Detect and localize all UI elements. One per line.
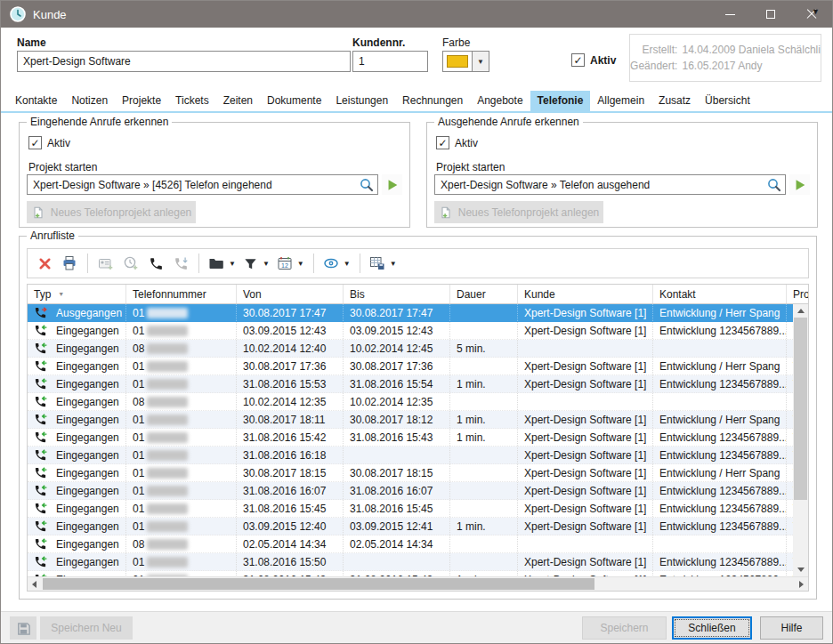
outgoing-new-project-button[interactable]: Neues Telefonprojekt anlegen	[434, 201, 603, 223]
kunde-cell: Xpert-Design Software [1]	[518, 518, 653, 535]
column-header-kunde[interactable]: Kunde	[518, 285, 653, 303]
sort-indicator-icon[interactable]: ▼	[58, 291, 64, 297]
scroll-down-icon[interactable]	[797, 568, 805, 572]
tab-kontakte[interactable]: Kontakte	[8, 91, 64, 111]
redacted-phone-number	[147, 468, 188, 479]
incoming-new-project-button[interactable]: Neues Telefonprojekt anlegen	[27, 201, 196, 223]
tab-angebote[interactable]: Angebote	[470, 91, 530, 111]
calendar-icon[interactable]: 12▼	[274, 252, 307, 275]
table-row[interactable]: Eingegangen0131.08.2016 16:0731.08.2016 …	[28, 482, 809, 500]
column-header-typ[interactable]: Typ▼	[28, 285, 126, 303]
table-row[interactable]: Eingegangen0131.08.2016 15:4531.08.2016 …	[28, 500, 809, 518]
telefonnummer-cell: 01	[126, 482, 237, 499]
typ-cell: Eingegangen	[28, 358, 126, 374]
color-dropdown-button[interactable]: ▼	[473, 51, 489, 72]
incoming-projekt-input[interactable]: Xpert-Design Software » [4526] Telefon e…	[27, 174, 378, 195]
tab-projekte[interactable]: Projekte	[115, 91, 168, 111]
tab-overflow-icon[interactable]: ▼	[812, 7, 820, 16]
column-header-bis[interactable]: Bis	[344, 285, 450, 303]
horizontal-scrollbar[interactable]	[28, 576, 808, 591]
tab-dokumente[interactable]: Dokumente	[260, 91, 328, 111]
search-icon[interactable]	[359, 177, 375, 195]
view-icon[interactable]: ▼	[320, 252, 353, 275]
search-icon[interactable]	[766, 177, 782, 195]
table-row[interactable]: Eingegangen0130.08.2017 18:1530.08.2017 …	[28, 464, 809, 482]
name-input[interactable]	[17, 51, 351, 72]
vertical-scrollbar[interactable]	[793, 304, 808, 576]
table-row[interactable]: Eingegangen0131.08.2016 15:4231.08.2016 …	[28, 429, 809, 447]
aktiv-checkbox[interactable]: ✓	[571, 53, 585, 67]
tab-notizen[interactable]: Notizen	[64, 91, 115, 111]
color-swatch-button[interactable]	[442, 51, 473, 72]
chevron-down-icon[interactable]: ▼	[297, 260, 304, 268]
chevron-down-icon[interactable]: ▼	[390, 260, 397, 268]
scroll-up-icon[interactable]	[797, 309, 805, 313]
chevron-down-icon[interactable]: ▼	[263, 260, 270, 268]
table-row[interactable]: Eingegangen0810.02.2014 12:3510.02.2014 …	[28, 393, 809, 411]
column-label: Proje	[793, 288, 809, 301]
table-row[interactable]: Eingegangen0130.08.2017 18:1130.08.2017 …	[28, 411, 809, 429]
outgoing-aktiv-checkbox[interactable]: ✓	[436, 136, 449, 149]
table-row[interactable]: Eingegangen0131.08.2016 16:18Xpert-Desig…	[28, 447, 809, 464]
chevron-down-icon[interactable]: ▼	[229, 260, 236, 268]
incoming-aktiv-checkbox[interactable]: ✓	[28, 136, 42, 149]
outgoing-start-icon[interactable]	[789, 174, 810, 195]
column-header-telefonnummer[interactable]: Telefonnummer	[126, 285, 237, 303]
tab-telefonie[interactable]: Telefonie	[530, 91, 591, 111]
tab-zusatz[interactable]: Zusatz	[651, 91, 698, 111]
folder-icon[interactable]: ▼	[206, 252, 239, 275]
telefonnummer-cell: 01	[126, 411, 237, 428]
call-icon[interactable]	[144, 252, 167, 275]
column-header-proje[interactable]: Proje	[787, 285, 809, 303]
minimize-icon[interactable]	[709, 1, 750, 28]
table-row[interactable]: Eingegangen0131.08.2016 15:5331.08.2016 …	[28, 375, 809, 393]
filter-icon[interactable]: ▼	[240, 252, 272, 275]
column-header-kontakt[interactable]: Kontakt	[653, 285, 787, 303]
tab-übersicht[interactable]: Übersicht	[698, 91, 757, 111]
speichern-neu-button[interactable]: Speichern Neu	[40, 616, 133, 640]
kunde-window: Kunde Name Kundennr. Farbe ▼ ✓ Aktiv Ers…	[0, 0, 833, 644]
table-row[interactable]: Eingegangen0802.05.2014 14:3402.05.2014 …	[28, 535, 809, 553]
tab-zeiten[interactable]: Zeiten	[216, 91, 260, 111]
app-clock-icon	[10, 6, 26, 22]
dauer-cell	[450, 358, 518, 374]
column-header-von[interactable]: Von	[237, 285, 344, 303]
tab-allgemein[interactable]: Allgemein	[590, 91, 651, 111]
tab-leistungen[interactable]: Leistungen	[328, 91, 395, 111]
vertical-scroll-thumb[interactable]	[794, 318, 807, 500]
save-disk-button[interactable]	[10, 616, 36, 640]
erstellt-label: Erstellt:	[630, 44, 677, 56]
telefonnummer-cell: 01	[126, 375, 237, 392]
dauer-cell	[450, 322, 518, 339]
tab-tickets[interactable]: Tickets	[168, 91, 216, 111]
bis-cell: 30.08.2017 18:15	[344, 464, 450, 481]
horizontal-scroll-thumb[interactable]	[43, 578, 594, 590]
kontakt-cell: Entwicklung 1234567889...	[653, 322, 787, 339]
maximize-icon[interactable]	[750, 1, 791, 28]
table-row[interactable]: Eingegangen0131.08.2016 15:50Xpert-Desig…	[28, 553, 809, 571]
delete-icon[interactable]	[33, 252, 56, 275]
outgoing-projekt-input[interactable]: Xpert-Design Software » Telefon ausgehen…	[434, 174, 786, 195]
title-bar: Kunde	[1, 1, 832, 28]
document-plus-icon	[31, 205, 45, 220]
chevron-down-icon[interactable]: ▼	[344, 260, 351, 268]
table-row[interactable]: Ausgegangen0130.08.2017 17:4730.08.2017 …	[28, 304, 809, 322]
von-cell: 30.08.2017 18:15	[237, 464, 344, 481]
column-header-dauer[interactable]: Dauer	[450, 285, 518, 303]
kundennr-input[interactable]	[352, 51, 428, 72]
table-row[interactable]: Eingegangen0130.08.2017 17:3630.08.2017 …	[28, 358, 809, 375]
speichern-button[interactable]: Speichern	[582, 616, 667, 640]
incoming-start-icon[interactable]	[382, 174, 402, 195]
hilfe-button[interactable]: Hilfe	[760, 616, 823, 640]
print-icon[interactable]	[58, 252, 81, 275]
scroll-left-icon[interactable]	[32, 581, 36, 588]
call-type-label: Eingegangen	[56, 342, 119, 355]
table-row[interactable]: Eingegangen0810.02.2014 12:4010.02.2014 …	[28, 340, 809, 358]
scroll-right-icon[interactable]	[799, 581, 804, 588]
table-row[interactable]: Eingegangen0103.09.2015 12:4003.09.2015 …	[28, 518, 809, 535]
tab-rechnungen[interactable]: Rechnungen	[395, 91, 470, 111]
table-row[interactable]: Eingegangen0103.09.2015 12:4303.09.2015 …	[28, 322, 809, 340]
export-icon[interactable]: ▼	[367, 252, 400, 275]
schliessen-button[interactable]: Schließen	[672, 616, 752, 640]
incoming-projekt-value: Xpert-Design Software » [4526] Telefon e…	[33, 179, 272, 191]
